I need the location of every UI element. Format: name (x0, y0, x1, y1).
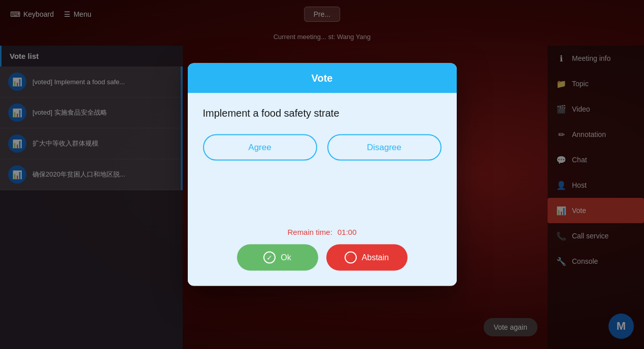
ok-button[interactable]: ✓ Ok (237, 245, 318, 271)
agree-button[interactable]: Agree (203, 134, 317, 161)
abstain-label: Abstain (362, 253, 389, 262)
vote-options: Agree Disagree (203, 134, 442, 161)
remain-time-display: Remain time: 01:00 (203, 228, 442, 236)
abstain-button[interactable]: 🚫 Abstain (326, 245, 408, 271)
modal-header: Vote (188, 63, 457, 93)
modal-spacer (203, 171, 442, 228)
ok-label: Ok (281, 253, 291, 262)
modal-footer: ✓ Ok 🚫 Abstain (203, 245, 442, 276)
remain-label: Remain time: (287, 228, 332, 236)
no-icon: 🚫 (345, 252, 357, 264)
check-icon: ✓ (263, 252, 276, 264)
vote-modal: Vote Implement a food safety strate Agre… (188, 63, 457, 286)
remain-value: 01:00 (337, 228, 357, 236)
modal-question: Implement a food safety strate (203, 108, 442, 119)
modal-title: Vote (312, 73, 333, 84)
disagree-button[interactable]: Disagree (327, 134, 442, 161)
modal-body: Implement a food safety strate Agree Dis… (188, 93, 457, 286)
